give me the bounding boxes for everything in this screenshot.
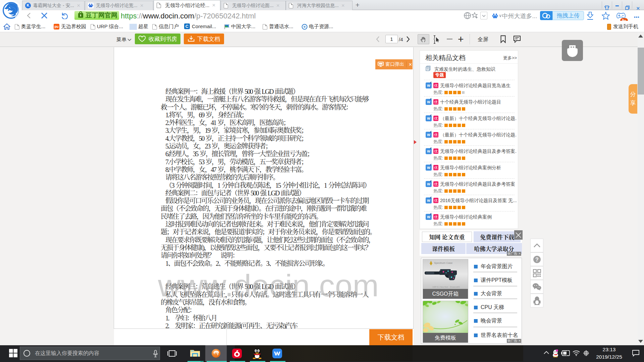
svg-text:USP-S | Neo-Noir · Dreams&N: USP-S | Neo-Noir · Dreams&N: [432, 286, 460, 288]
svg-text:Spectrum Case: Spectrum Case: [434, 261, 453, 264]
svg-text:?: ?: [535, 256, 539, 262]
